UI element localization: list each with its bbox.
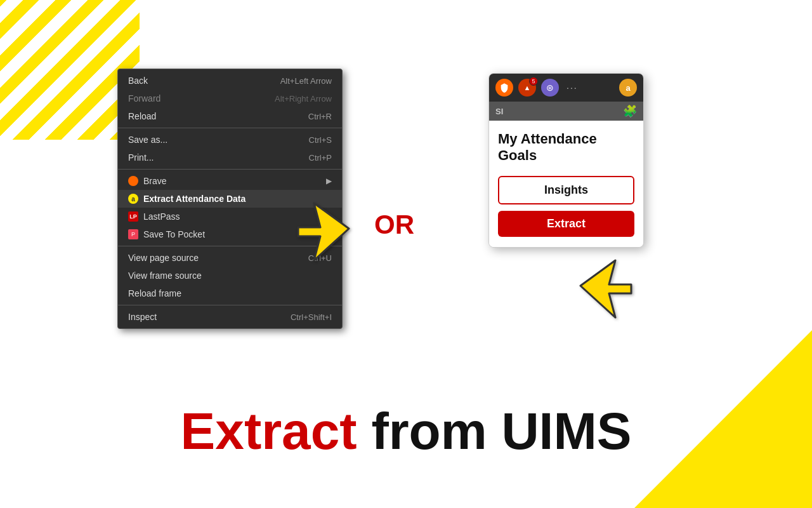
rest-words: from UIMS: [357, 402, 632, 460]
menu-item-inspect-label: Inspect: [128, 312, 157, 322]
brave-icon: [128, 176, 138, 186]
menu-item-reload-shortcut: Ctrl+R: [308, 112, 332, 121]
extract-attendance-icon: a: [128, 194, 138, 204]
menu-item-brave[interactable]: Brave ▶: [118, 172, 342, 190]
separator-1: [118, 128, 342, 128]
right-arrow-cursor: [571, 254, 634, 326]
menu-item-extract-label: Extract Attendance Data: [143, 194, 246, 204]
menu-item-reload-frame-label: Reload frame: [128, 288, 181, 298]
or-label: OR: [374, 210, 414, 240]
browser-popup: ▲ 5 ⊛ ··· a SI 🧩 My Attendance Goals Ins…: [488, 73, 644, 248]
extract-button[interactable]: Extract: [498, 211, 634, 237]
menu-item-brave-label: Brave: [143, 176, 167, 186]
notification-area: ▲ 5: [518, 79, 536, 97]
menu-item-forward-shortcut: Alt+Right Arrow: [275, 94, 332, 104]
menu-item-reload[interactable]: Reload Ctrl+R: [118, 107, 342, 125]
menu-item-inspect-shortcut: Ctrl+Shift+I: [291, 312, 332, 322]
menu-item-print-label: Print...: [128, 152, 154, 163]
menu-item-inspect[interactable]: Inspect Ctrl+Shift+I: [118, 308, 342, 326]
menu-item-print[interactable]: Print... Ctrl+P: [118, 149, 342, 166]
page-dark-strip: SI 🧩: [489, 102, 643, 121]
svg-marker-1: [580, 260, 631, 318]
brave-browser-icon[interactable]: [495, 79, 513, 97]
menu-item-forward-label: Forward: [128, 93, 160, 104]
menu-item-view-source-label: View page source: [128, 253, 199, 263]
menu-item-reload-label: Reload: [128, 111, 156, 121]
menu-item-save-as-shortcut: Ctrl+S: [309, 135, 332, 145]
submenu-arrow-icon: ▶: [326, 177, 332, 185]
menu-item-save-as[interactable]: Save as... Ctrl+S: [118, 131, 342, 149]
menu-item-forward[interactable]: Forward Alt+Right Arrow: [118, 90, 342, 107]
menu-item-back[interactable]: Back Alt+Left Arrow: [118, 72, 342, 90]
pocket-icon: P: [128, 229, 138, 239]
menu-item-view-frame-label: View frame source: [128, 271, 202, 281]
bottom-text-area: Extract from UIMS: [0, 405, 812, 457]
popup-title: My Attendance Goals: [498, 131, 634, 164]
separator-2: [118, 169, 342, 170]
more-btn[interactable]: ···: [564, 83, 580, 93]
extension-puzzle-icon[interactable]: 🧩: [623, 104, 637, 118]
menu-item-pocket-label: Save To Pocket: [143, 229, 205, 239]
separator-4: [118, 305, 342, 305]
insights-button[interactable]: Insights: [498, 176, 634, 204]
vpn-btn[interactable]: ⊛: [541, 79, 559, 97]
notification-badge: 5: [529, 77, 538, 86]
menu-item-reload-frame[interactable]: Reload frame: [118, 284, 342, 302]
browser-toolbar: ▲ 5 ⊛ ··· a: [489, 74, 643, 102]
svg-marker-0: [298, 203, 349, 260]
user-avatar[interactable]: a: [619, 79, 637, 97]
lastpass-icon: LP: [128, 211, 138, 222]
left-arrow-cursor: [295, 197, 358, 269]
popup-white-content: My Attendance Goals Insights Extract: [489, 121, 643, 247]
extract-word: Extract: [181, 402, 357, 460]
bottom-headline: Extract from UIMS: [0, 405, 812, 457]
menu-item-back-shortcut: Alt+Left Arrow: [280, 76, 332, 86]
menu-item-back-label: Back: [128, 76, 148, 86]
menu-item-view-frame[interactable]: View frame source: [118, 267, 342, 284]
dark-strip-text: SI: [495, 107, 503, 116]
menu-item-lastpass-label: LastPass: [143, 211, 180, 222]
menu-item-save-as-label: Save as...: [128, 135, 167, 145]
menu-item-print-shortcut: Ctrl+P: [309, 153, 332, 163]
